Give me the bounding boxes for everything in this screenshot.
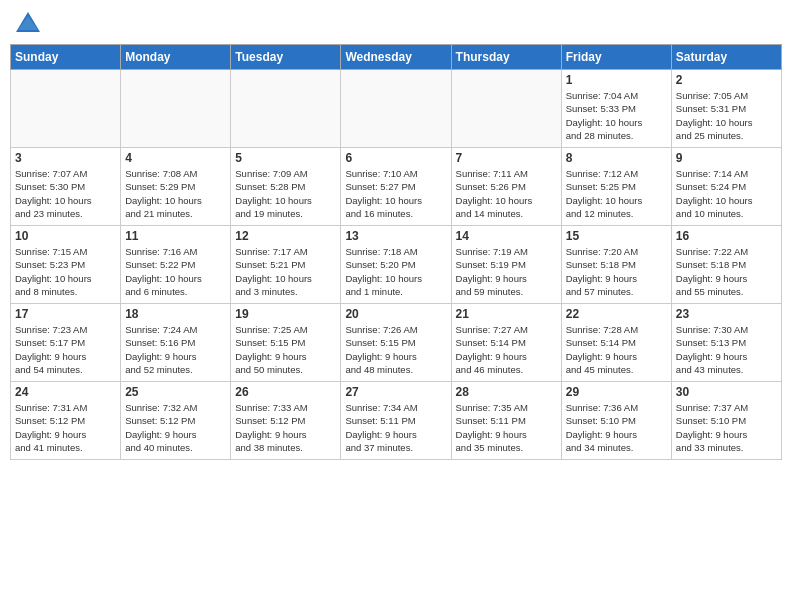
day-info: Sunrise: 7:35 AM Sunset: 5:11 PM Dayligh… xyxy=(456,401,557,454)
day-info: Sunrise: 7:15 AM Sunset: 5:23 PM Dayligh… xyxy=(15,245,116,298)
day-info: Sunrise: 7:18 AM Sunset: 5:20 PM Dayligh… xyxy=(345,245,446,298)
page-header xyxy=(10,10,782,38)
calendar-cell: 18Sunrise: 7:24 AM Sunset: 5:16 PM Dayli… xyxy=(121,304,231,382)
calendar-cell: 23Sunrise: 7:30 AM Sunset: 5:13 PM Dayli… xyxy=(671,304,781,382)
calendar-cell: 10Sunrise: 7:15 AM Sunset: 5:23 PM Dayli… xyxy=(11,226,121,304)
day-number: 17 xyxy=(15,307,116,321)
day-info: Sunrise: 7:19 AM Sunset: 5:19 PM Dayligh… xyxy=(456,245,557,298)
day-number: 18 xyxy=(125,307,226,321)
day-info: Sunrise: 7:14 AM Sunset: 5:24 PM Dayligh… xyxy=(676,167,777,220)
day-info: Sunrise: 7:08 AM Sunset: 5:29 PM Dayligh… xyxy=(125,167,226,220)
calendar-week-3: 10Sunrise: 7:15 AM Sunset: 5:23 PM Dayli… xyxy=(11,226,782,304)
logo-icon xyxy=(14,10,42,38)
day-info: Sunrise: 7:09 AM Sunset: 5:28 PM Dayligh… xyxy=(235,167,336,220)
calendar-cell: 12Sunrise: 7:17 AM Sunset: 5:21 PM Dayli… xyxy=(231,226,341,304)
weekday-header-sunday: Sunday xyxy=(11,45,121,70)
day-number: 3 xyxy=(15,151,116,165)
day-number: 22 xyxy=(566,307,667,321)
calendar-cell: 6Sunrise: 7:10 AM Sunset: 5:27 PM Daylig… xyxy=(341,148,451,226)
calendar-cell: 27Sunrise: 7:34 AM Sunset: 5:11 PM Dayli… xyxy=(341,382,451,460)
calendar-cell: 5Sunrise: 7:09 AM Sunset: 5:28 PM Daylig… xyxy=(231,148,341,226)
day-number: 4 xyxy=(125,151,226,165)
calendar-cell: 3Sunrise: 7:07 AM Sunset: 5:30 PM Daylig… xyxy=(11,148,121,226)
day-number: 16 xyxy=(676,229,777,243)
calendar-week-4: 17Sunrise: 7:23 AM Sunset: 5:17 PM Dayli… xyxy=(11,304,782,382)
calendar-table: SundayMondayTuesdayWednesdayThursdayFrid… xyxy=(10,44,782,460)
weekday-header-monday: Monday xyxy=(121,45,231,70)
calendar-cell xyxy=(121,70,231,148)
calendar-cell: 26Sunrise: 7:33 AM Sunset: 5:12 PM Dayli… xyxy=(231,382,341,460)
day-info: Sunrise: 7:16 AM Sunset: 5:22 PM Dayligh… xyxy=(125,245,226,298)
day-info: Sunrise: 7:24 AM Sunset: 5:16 PM Dayligh… xyxy=(125,323,226,376)
calendar-cell: 9Sunrise: 7:14 AM Sunset: 5:24 PM Daylig… xyxy=(671,148,781,226)
day-info: Sunrise: 7:33 AM Sunset: 5:12 PM Dayligh… xyxy=(235,401,336,454)
day-info: Sunrise: 7:04 AM Sunset: 5:33 PM Dayligh… xyxy=(566,89,667,142)
day-number: 6 xyxy=(345,151,446,165)
calendar-cell: 15Sunrise: 7:20 AM Sunset: 5:18 PM Dayli… xyxy=(561,226,671,304)
day-number: 21 xyxy=(456,307,557,321)
calendar-cell: 20Sunrise: 7:26 AM Sunset: 5:15 PM Dayli… xyxy=(341,304,451,382)
day-number: 23 xyxy=(676,307,777,321)
calendar-cell: 7Sunrise: 7:11 AM Sunset: 5:26 PM Daylig… xyxy=(451,148,561,226)
day-number: 30 xyxy=(676,385,777,399)
day-number: 24 xyxy=(15,385,116,399)
day-info: Sunrise: 7:20 AM Sunset: 5:18 PM Dayligh… xyxy=(566,245,667,298)
day-info: Sunrise: 7:25 AM Sunset: 5:15 PM Dayligh… xyxy=(235,323,336,376)
day-info: Sunrise: 7:17 AM Sunset: 5:21 PM Dayligh… xyxy=(235,245,336,298)
calendar-body: 1Sunrise: 7:04 AM Sunset: 5:33 PM Daylig… xyxy=(11,70,782,460)
calendar-cell: 30Sunrise: 7:37 AM Sunset: 5:10 PM Dayli… xyxy=(671,382,781,460)
calendar-cell: 22Sunrise: 7:28 AM Sunset: 5:14 PM Dayli… xyxy=(561,304,671,382)
calendar-cell: 11Sunrise: 7:16 AM Sunset: 5:22 PM Dayli… xyxy=(121,226,231,304)
calendar-cell: 2Sunrise: 7:05 AM Sunset: 5:31 PM Daylig… xyxy=(671,70,781,148)
day-number: 25 xyxy=(125,385,226,399)
day-info: Sunrise: 7:23 AM Sunset: 5:17 PM Dayligh… xyxy=(15,323,116,376)
day-number: 11 xyxy=(125,229,226,243)
day-number: 5 xyxy=(235,151,336,165)
weekday-header-saturday: Saturday xyxy=(671,45,781,70)
calendar-cell: 24Sunrise: 7:31 AM Sunset: 5:12 PM Dayli… xyxy=(11,382,121,460)
calendar-week-2: 3Sunrise: 7:07 AM Sunset: 5:30 PM Daylig… xyxy=(11,148,782,226)
calendar-cell: 28Sunrise: 7:35 AM Sunset: 5:11 PM Dayli… xyxy=(451,382,561,460)
day-info: Sunrise: 7:34 AM Sunset: 5:11 PM Dayligh… xyxy=(345,401,446,454)
day-info: Sunrise: 7:05 AM Sunset: 5:31 PM Dayligh… xyxy=(676,89,777,142)
calendar-cell: 19Sunrise: 7:25 AM Sunset: 5:15 PM Dayli… xyxy=(231,304,341,382)
day-number: 12 xyxy=(235,229,336,243)
day-info: Sunrise: 7:32 AM Sunset: 5:12 PM Dayligh… xyxy=(125,401,226,454)
weekday-header-thursday: Thursday xyxy=(451,45,561,70)
calendar-cell: 21Sunrise: 7:27 AM Sunset: 5:14 PM Dayli… xyxy=(451,304,561,382)
calendar-week-1: 1Sunrise: 7:04 AM Sunset: 5:33 PM Daylig… xyxy=(11,70,782,148)
weekday-header-friday: Friday xyxy=(561,45,671,70)
svg-marker-1 xyxy=(18,16,38,30)
day-info: Sunrise: 7:31 AM Sunset: 5:12 PM Dayligh… xyxy=(15,401,116,454)
calendar-cell: 4Sunrise: 7:08 AM Sunset: 5:29 PM Daylig… xyxy=(121,148,231,226)
calendar-header: SundayMondayTuesdayWednesdayThursdayFrid… xyxy=(11,45,782,70)
day-info: Sunrise: 7:22 AM Sunset: 5:18 PM Dayligh… xyxy=(676,245,777,298)
day-number: 27 xyxy=(345,385,446,399)
day-info: Sunrise: 7:11 AM Sunset: 5:26 PM Dayligh… xyxy=(456,167,557,220)
day-number: 14 xyxy=(456,229,557,243)
day-number: 10 xyxy=(15,229,116,243)
day-number: 8 xyxy=(566,151,667,165)
calendar-cell xyxy=(341,70,451,148)
day-number: 7 xyxy=(456,151,557,165)
day-number: 19 xyxy=(235,307,336,321)
day-number: 15 xyxy=(566,229,667,243)
day-number: 20 xyxy=(345,307,446,321)
weekday-header-wednesday: Wednesday xyxy=(341,45,451,70)
day-number: 28 xyxy=(456,385,557,399)
calendar-cell: 14Sunrise: 7:19 AM Sunset: 5:19 PM Dayli… xyxy=(451,226,561,304)
day-info: Sunrise: 7:36 AM Sunset: 5:10 PM Dayligh… xyxy=(566,401,667,454)
day-number: 1 xyxy=(566,73,667,87)
day-info: Sunrise: 7:37 AM Sunset: 5:10 PM Dayligh… xyxy=(676,401,777,454)
calendar-week-5: 24Sunrise: 7:31 AM Sunset: 5:12 PM Dayli… xyxy=(11,382,782,460)
day-number: 2 xyxy=(676,73,777,87)
weekday-header-tuesday: Tuesday xyxy=(231,45,341,70)
day-number: 29 xyxy=(566,385,667,399)
day-number: 9 xyxy=(676,151,777,165)
calendar-cell: 16Sunrise: 7:22 AM Sunset: 5:18 PM Dayli… xyxy=(671,226,781,304)
calendar-cell: 29Sunrise: 7:36 AM Sunset: 5:10 PM Dayli… xyxy=(561,382,671,460)
weekday-header-row: SundayMondayTuesdayWednesdayThursdayFrid… xyxy=(11,45,782,70)
calendar-cell: 17Sunrise: 7:23 AM Sunset: 5:17 PM Dayli… xyxy=(11,304,121,382)
day-number: 13 xyxy=(345,229,446,243)
day-info: Sunrise: 7:12 AM Sunset: 5:25 PM Dayligh… xyxy=(566,167,667,220)
